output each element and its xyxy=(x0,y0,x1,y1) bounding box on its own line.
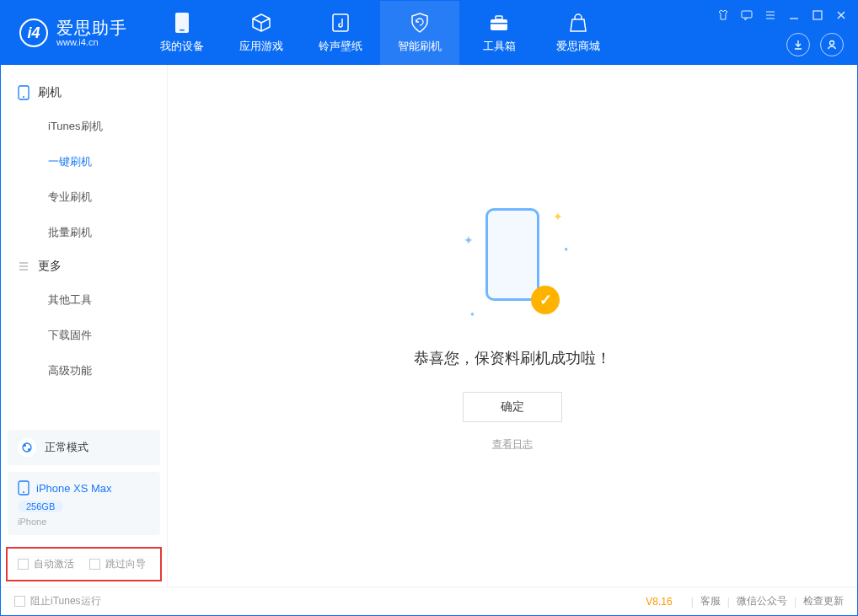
nav-label: 工具箱 xyxy=(483,39,516,54)
success-illustration: ✦ ✦ ● ● ✓ xyxy=(462,200,563,326)
phone-outline-icon xyxy=(18,85,29,100)
titlebar: i4 爱思助手 www.i4.cn 我的设备 应用游戏 xyxy=(1,1,857,65)
statusbar-left: 阻止iTunes运行 xyxy=(14,594,101,608)
phone-illustration-icon xyxy=(485,208,539,301)
list-icon xyxy=(18,260,29,272)
header-actions xyxy=(786,33,844,56)
checkbox-icon xyxy=(89,559,100,570)
close-button[interactable] xyxy=(834,8,849,23)
sparkle-icon: ✦ xyxy=(553,210,563,223)
checkbox-skip-guide[interactable]: 跳过向导 xyxy=(89,557,146,571)
view-log-link[interactable]: 查看日志 xyxy=(492,437,533,452)
nav-label: 爱思商城 xyxy=(556,39,600,54)
user-button[interactable] xyxy=(820,33,844,56)
device-name: iPhone XS Max xyxy=(36,482,112,495)
ok-button[interactable]: 确定 xyxy=(463,392,562,422)
device-type: iPhone xyxy=(18,517,150,527)
version-label: V8.16 xyxy=(646,596,672,608)
main-panel: ✦ ✦ ● ● ✓ 恭喜您，保资料刷机成功啦！ 确定 查看日志 xyxy=(168,65,857,587)
success-message: 恭喜您，保资料刷机成功啦！ xyxy=(414,348,611,368)
statusbar-right: V8.16 | 客服 | 微信公众号 | 检查更新 xyxy=(646,594,844,608)
sidebar-scroll: 刷机 iTunes刷机 一键刷机 专业刷机 批量刷机 更多 其他工具 下载固件 … xyxy=(1,65,167,423)
statusbar: 阻止iTunes运行 V8.16 | 客服 | 微信公众号 | 检查更新 xyxy=(1,587,857,615)
nav-label: 应用游戏 xyxy=(239,39,283,54)
sidebar: 刷机 iTunes刷机 一键刷机 专业刷机 批量刷机 更多 其他工具 下载固件 … xyxy=(1,65,168,587)
sidebar-item-itunes-flash[interactable]: iTunes刷机 xyxy=(1,109,167,144)
device-name-row: iPhone XS Max xyxy=(18,480,150,495)
section-title: 刷机 xyxy=(38,85,62,100)
separator: | xyxy=(727,596,730,608)
checkbox-label: 跳过向导 xyxy=(105,557,146,571)
nav-store[interactable]: 爱思商城 xyxy=(539,1,618,65)
status-link-update[interactable]: 检查更新 xyxy=(803,594,844,608)
sidebar-item-pro-flash[interactable]: 专业刷机 xyxy=(1,179,167,215)
checkbox-label: 自动激活 xyxy=(34,557,74,571)
checkbox-auto-activate[interactable]: 自动激活 xyxy=(18,557,74,571)
checkbox-label: 阻止iTunes运行 xyxy=(30,594,101,608)
sparkle-dot-icon: ● xyxy=(470,310,475,318)
sidebar-section-flash: 刷机 xyxy=(1,77,167,109)
svg-rect-1 xyxy=(180,29,185,31)
shirt-icon[interactable] xyxy=(716,8,731,23)
sidebar-item-oneclick-flash[interactable]: 一键刷机 xyxy=(1,144,167,179)
content-area: 刷机 iTunes刷机 一键刷机 专业刷机 批量刷机 更多 其他工具 下载固件 … xyxy=(1,65,857,587)
svg-rect-4 xyxy=(496,16,502,19)
sidebar-devices: 正常模式 iPhone XS Max 256GB iPhone xyxy=(1,423,167,542)
svg-point-10 xyxy=(23,96,24,98)
checkbox-icon xyxy=(18,559,29,570)
music-note-icon xyxy=(330,12,351,34)
phone-icon xyxy=(171,12,193,34)
logo-text: 爱思助手 www.i4.cn xyxy=(56,19,127,47)
svg-rect-2 xyxy=(333,14,348,31)
device-mode-card[interactable]: 正常模式 xyxy=(8,430,160,465)
sidebar-options-highlighted: 自动激活 跳过向导 xyxy=(6,547,162,581)
svg-rect-3 xyxy=(491,19,507,30)
checkbox-block-itunes[interactable]: 阻止iTunes运行 xyxy=(14,594,101,608)
shield-refresh-icon xyxy=(409,12,431,34)
svg-point-13 xyxy=(28,448,30,451)
mode-label: 正常模式 xyxy=(45,440,88,455)
sparkle-icon: ✦ xyxy=(464,233,474,247)
checkbox-icon xyxy=(14,596,25,607)
cube-icon xyxy=(250,12,272,34)
sidebar-item-download-firmware[interactable]: 下载固件 xyxy=(1,318,167,353)
app-subtitle: www.i4.cn xyxy=(56,37,127,47)
sidebar-section-more: 更多 xyxy=(1,250,167,282)
device-card[interactable]: iPhone XS Max 256GB iPhone xyxy=(8,472,160,535)
feedback-icon[interactable] xyxy=(739,8,754,23)
svg-point-8 xyxy=(830,41,834,46)
nav-label: 智能刷机 xyxy=(398,39,442,54)
device-phone-icon xyxy=(18,480,29,495)
status-link-wechat[interactable]: 微信公众号 xyxy=(737,594,787,608)
top-nav: 我的设备 应用游戏 铃声壁纸 智能刷机 xyxy=(142,1,618,65)
nav-smart-flash[interactable]: 智能刷机 xyxy=(380,1,459,65)
section-title: 更多 xyxy=(38,259,62,274)
sidebar-item-advanced[interactable]: 高级功能 xyxy=(1,353,167,388)
window-controls xyxy=(716,8,849,23)
maximize-button[interactable] xyxy=(810,8,825,23)
bag-icon xyxy=(567,12,589,34)
app-logo-icon: i4 xyxy=(19,19,48,47)
mode-normal-icon xyxy=(18,438,36,457)
svg-rect-5 xyxy=(491,23,507,24)
app-window: i4 爱思助手 www.i4.cn 我的设备 应用游戏 xyxy=(0,0,858,616)
nav-my-device[interactable]: 我的设备 xyxy=(142,1,222,65)
checkmark-badge-icon: ✓ xyxy=(531,286,560,314)
nav-ringtones-wallpapers[interactable]: 铃声壁纸 xyxy=(301,1,380,65)
nav-label: 我的设备 xyxy=(160,39,204,54)
status-link-support[interactable]: 客服 xyxy=(700,594,721,608)
sidebar-item-other-tools[interactable]: 其他工具 xyxy=(1,282,167,318)
sidebar-item-batch-flash[interactable]: 批量刷机 xyxy=(1,215,167,250)
logo-area: i4 爱思助手 www.i4.cn xyxy=(1,1,142,65)
minimize-button[interactable] xyxy=(786,8,802,23)
download-button[interactable] xyxy=(786,33,810,56)
nav-toolbox[interactable]: 工具箱 xyxy=(459,1,539,65)
separator: | xyxy=(794,596,796,608)
menu-icon[interactable] xyxy=(763,8,778,23)
svg-point-15 xyxy=(23,491,24,493)
separator: | xyxy=(691,596,694,608)
nav-label: 铃声壁纸 xyxy=(319,39,362,54)
svg-point-12 xyxy=(24,444,26,447)
device-storage-badge: 256GB xyxy=(18,501,63,512)
nav-apps-games[interactable]: 应用游戏 xyxy=(222,1,301,65)
